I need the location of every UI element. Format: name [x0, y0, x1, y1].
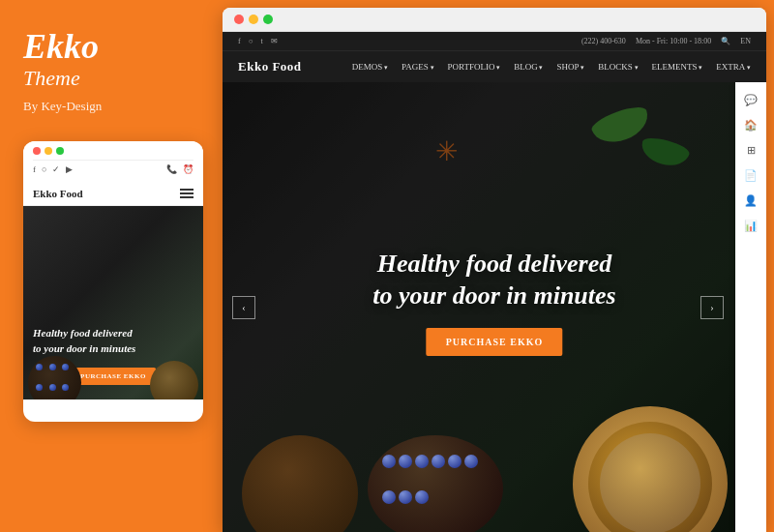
site-search-icon[interactable]: 🔍: [721, 37, 730, 45]
blueberry-4: [432, 455, 445, 468]
mobile-contact-icons: 📞 ⏰: [166, 164, 194, 174]
mobile-dot-red: [33, 147, 41, 155]
site-hours: Mon - Fri: 10:00 - 18:00: [636, 37, 711, 45]
toolbar-user-icon[interactable]: 👤: [741, 191, 760, 210]
browser-dot-yellow[interactable]: [249, 15, 258, 24]
mobile-logo: Ekko Food: [33, 188, 83, 199]
side-toolbar: 💬 🏠 ⊞ 📄 👤 📊: [735, 82, 766, 532]
site-instagram-icon: ○: [249, 37, 253, 45]
site-nav-items: DEMOS PAGES PORTFOLIO BLOG SHOP BLOCKS E…: [352, 62, 751, 72]
site-twitter-icon: t: [261, 37, 263, 45]
nav-extra[interactable]: EXTRA: [716, 62, 751, 72]
facebook-icon: f: [33, 164, 36, 174]
toolbar-chart-icon[interactable]: 📊: [741, 216, 760, 235]
site-facebook-icon: f: [238, 37, 241, 45]
left-panel: Ekko Theme By Key-Design f ○ ✓ ▶ 📞 ⏰: [0, 0, 223, 532]
brand-sub: Theme: [23, 66, 199, 91]
phone-icon: 📞: [166, 164, 177, 174]
clock-icon: ⏰: [183, 164, 194, 174]
blueberry-5: [448, 455, 461, 468]
mobile-navbar: Ekko Food: [23, 182, 203, 206]
site-hero: ✳: [223, 82, 766, 532]
right-panel: f ○ t ✉ (222) 400-630 Mon - Fri: 10:00 -…: [223, 0, 774, 532]
hero-text-block: Healthy food delivered to your door in m…: [372, 248, 615, 357]
browser-window: f ○ t ✉ (222) 400-630 Mon - Fri: 10:00 -…: [223, 8, 766, 532]
hero-prev-button[interactable]: ‹: [232, 296, 255, 319]
mobile-cta-button[interactable]: PURCHASE EKKO: [71, 368, 156, 385]
hero-cta-button[interactable]: PURCHASE EKKO: [427, 328, 563, 356]
site-logo: Ekko Food: [238, 59, 302, 74]
site-topbar: f ○ t ✉ (222) 400-630 Mon - Fri: 10:00 -…: [223, 32, 766, 50]
site-lang[interactable]: EN: [740, 37, 751, 45]
browser-dot-green[interactable]: [263, 15, 273, 24]
mobile-dot-yellow: [45, 147, 52, 155]
toolbar-home-icon[interactable]: 🏠: [741, 115, 760, 134]
twitter-icon: ✓: [52, 164, 60, 174]
toolbar-chat-icon[interactable]: 💬: [741, 90, 760, 109]
blueberry-8: [399, 490, 412, 504]
hero-headline: Healthy food delivered to your door in m…: [372, 248, 615, 313]
nav-blocks[interactable]: BLOCKS: [598, 62, 638, 72]
blueberry-7: [382, 490, 396, 504]
mobile-hero-text: Healthy food delivered to your door in m…: [33, 326, 194, 356]
youtube-icon: ▶: [66, 164, 73, 174]
brand-name: Ekko: [23, 29, 199, 64]
browser-chrome-bar: [223, 8, 766, 32]
mobile-header: f ○ ✓ ▶ 📞 ⏰: [23, 141, 203, 182]
nav-blog[interactable]: BLOG: [514, 62, 543, 72]
nav-elements[interactable]: ELEMENTS: [652, 62, 703, 72]
blueberry-1: [382, 455, 396, 468]
site-email-icon: ✉: [271, 37, 278, 45]
blueberry-6: [464, 455, 478, 468]
nav-demos[interactable]: DEMOS: [352, 62, 388, 72]
hero-bowl-blueberries: [368, 435, 503, 532]
mobile-window-dots: [33, 147, 194, 155]
brand-by: By Key-Design: [23, 99, 199, 114]
site-phone: (222) 400-630: [581, 37, 626, 45]
nav-pages[interactable]: PAGES: [402, 62, 433, 72]
hamburger-icon[interactable]: [180, 189, 194, 198]
hero-next-button[interactable]: ›: [700, 296, 724, 319]
mobile-topbar: f ○ ✓ ▶ 📞 ⏰: [33, 160, 194, 178]
mobile-hero: Healthy food delivered to your door in m…: [23, 206, 203, 399]
mobile-dot-green: [56, 147, 64, 155]
site-contact-info: (222) 400-630 Mon - Fri: 10:00 - 18:00 🔍…: [581, 37, 751, 45]
toolbar-page-icon[interactable]: 📄: [741, 165, 760, 185]
nav-portfolio[interactable]: PORTFOLIO: [448, 62, 501, 72]
mobile-hero-headline: Healthy food delivered to your door in m…: [33, 326, 194, 356]
site-content: f ○ t ✉ (222) 400-630 Mon - Fri: 10:00 -…: [223, 32, 766, 532]
site-social-icons: f ○ t ✉: [238, 37, 278, 45]
mobile-mockup: f ○ ✓ ▶ 📞 ⏰ Ekko Food: [23, 141, 203, 422]
mobile-social-icons: f ○ ✓ ▶: [33, 164, 73, 174]
blueberry-9: [415, 490, 429, 504]
browser-window-dots: [234, 15, 273, 24]
site-navbar: Ekko Food DEMOS PAGES PORTFOLIO BLOG SHO…: [223, 50, 766, 82]
browser-dot-red[interactable]: [234, 15, 244, 24]
instagram-icon: ○: [42, 164, 46, 174]
toolbar-grid-icon[interactable]: ⊞: [741, 140, 760, 160]
nav-shop[interactable]: SHOP: [556, 62, 584, 72]
star-anise-icon: ✳: [435, 135, 458, 167]
blueberry-2: [399, 455, 412, 468]
blueberry-3: [415, 455, 429, 468]
